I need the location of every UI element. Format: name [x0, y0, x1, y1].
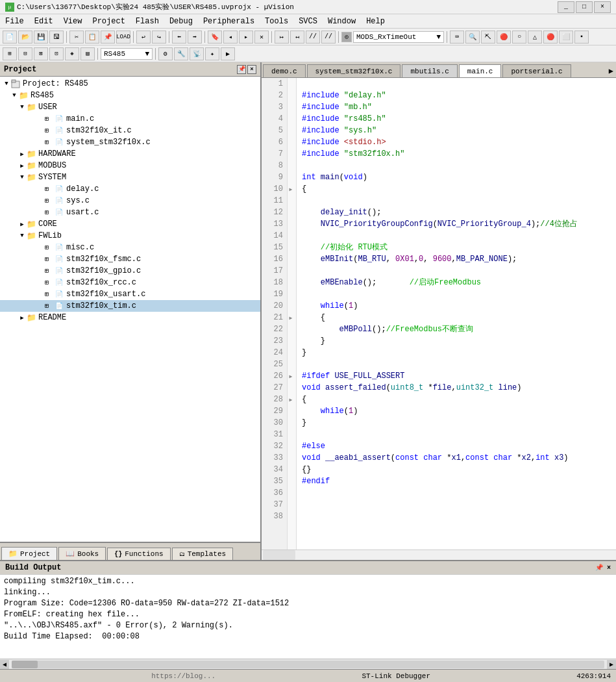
btn-h[interactable]: ⬜ [559, 31, 573, 44]
tree-usart[interactable]: ⊞ 📄 usart.c [0, 207, 260, 218]
tree-toggle-user[interactable]: ▼ [18, 103, 26, 111]
menu-edit[interactable]: Edit [29, 16, 58, 27]
code-tab-system[interactable]: system_stm32f10x.c [307, 64, 401, 77]
menu-debug[interactable]: Debug [164, 16, 198, 27]
code-content[interactable]: #include "delay.h" #include "mb.h" #incl… [297, 78, 616, 549]
btn-b[interactable]: 🔍 [465, 31, 480, 44]
tb2-btn6[interactable]: ▤ [80, 47, 95, 60]
redo-btn[interactable]: ↪ [152, 31, 166, 44]
tree-toggle-hw[interactable]: ▶ [18, 150, 26, 158]
code-editor[interactable]: 1 2 3 4 5 6 7 8 9 10 11 12 13 14 15 16 1… [262, 78, 616, 549]
tree-toggle-fwlib[interactable]: ▼ [18, 232, 26, 240]
scroll-track[interactable] [12, 661, 604, 668]
btn-f[interactable]: △ [528, 31, 542, 44]
tree-main-c[interactable]: ⊞ 📄 main.c [0, 113, 260, 125]
code-tab-mbutils[interactable]: mbutils.c [402, 64, 457, 77]
scroll-thumb-h[interactable] [12, 661, 38, 668]
tree-toggle-rs485[interactable]: ▼ [10, 92, 18, 99]
tb2-btn8[interactable]: 🔧 [174, 47, 188, 60]
uncomment-btn[interactable]: // [321, 31, 336, 44]
tree-gpio[interactable]: ⊞ 📄 stm32f10x_gpio.c [0, 265, 260, 277]
tb2-btn11[interactable]: ▶ [221, 47, 235, 60]
tb2-btn9[interactable]: 📡 [190, 47, 204, 60]
unindent-btn[interactable]: ↤ [290, 31, 304, 44]
tree-delay[interactable]: ⊞ 📄 delay.c [0, 183, 260, 195]
minimize-button[interactable]: _ [558, 1, 574, 13]
tb2-btn1[interactable]: ⊞ [3, 47, 17, 60]
menu-flash[interactable]: Flash [130, 16, 164, 27]
tree-system[interactable]: ⊞ 📄 system_stm32f10x.c [0, 136, 260, 148]
tree-fsmc[interactable]: ⊞ 📄 stm32f10x_fsmc.c [0, 253, 260, 265]
menu-help[interactable]: Help [361, 16, 390, 27]
code-tab-portserial[interactable]: portserial.c [502, 64, 571, 77]
target-dropdown-2[interactable]: RS485 ▼ [101, 48, 153, 60]
btn-c[interactable]: ⛏ [481, 31, 495, 44]
scroll-right-btn[interactable]: ▶ [607, 660, 616, 669]
tab-templates[interactable]: 🗂 Templates [172, 548, 233, 560]
nav-back-btn[interactable]: ⬅ [172, 31, 186, 44]
tree-toggle-readme[interactable]: ▶ [18, 314, 26, 322]
panel-pin-btn[interactable]: 📌 [237, 65, 246, 74]
tb2-btn7[interactable]: ⚙ [158, 47, 173, 60]
tree-misc[interactable]: ⊞ 📄 misc.c [0, 242, 260, 253]
menu-project[interactable]: Project [87, 16, 130, 27]
tab-functions[interactable]: {} Functions [107, 548, 170, 560]
menu-tools[interactable]: Tools [260, 16, 293, 27]
cut-btn[interactable]: ✂ [69, 31, 84, 44]
tree-core[interactable]: ▶ 📁 CORE [0, 218, 260, 230]
prev-bookmark-btn[interactable]: ◂ [223, 31, 238, 44]
scroll-thumb[interactable] [263, 550, 295, 560]
menu-window[interactable]: Window [323, 16, 361, 27]
bookmark-btn[interactable]: 🔖 [208, 31, 222, 44]
tb2-btn5[interactable]: ◈ [65, 47, 79, 60]
tree-root[interactable]: ▼ Project: RS485 [0, 78, 260, 90]
nav-fwd-btn[interactable]: ➡ [188, 31, 202, 44]
tree-readme[interactable]: ▶ 📁 README [0, 312, 260, 323]
target-dropdown[interactable]: MODS_RxTimeOut ▼ [353, 31, 444, 43]
btn-a[interactable]: ⌨ [450, 31, 464, 44]
tb2-btn3[interactable]: ⊠ [34, 47, 48, 60]
tab-project[interactable]: 📁 Project [1, 547, 57, 560]
tb2-btn4[interactable]: ⊡ [49, 47, 64, 60]
new-file-btn[interactable]: 📄 [3, 31, 17, 44]
tree-modbus[interactable]: ▶ 📁 MODBUS [0, 160, 260, 171]
tree-usart2[interactable]: ⊞ 📄 stm32f10x_usart.c [0, 288, 260, 300]
load-btn[interactable]: LOAD [116, 31, 130, 44]
tree-user[interactable]: ▼ 📁 USER [0, 101, 260, 113]
build-header-pin[interactable]: 📌 × [595, 564, 611, 572]
menu-file[interactable]: File [0, 16, 29, 27]
btn-g[interactable]: 🔴 [543, 31, 558, 44]
tree-toggle-root[interactable]: ▼ [3, 80, 10, 88]
build-scroll[interactable]: ◀ ▶ [0, 659, 616, 669]
tree-toggle-core[interactable]: ▶ [18, 220, 26, 228]
tree-toggle-system[interactable]: ▼ [18, 173, 26, 181]
open-btn[interactable]: 📂 [18, 31, 32, 44]
menu-peripherals[interactable]: Peripherals [198, 16, 260, 27]
tree-hardware[interactable]: ▶ 📁 HARDWARE [0, 148, 260, 160]
btn-d[interactable]: 🔴 [497, 31, 511, 44]
tree-fwlib[interactable]: ▼ 📁 FWLib [0, 230, 260, 242]
code-horizontal-scroll[interactable] [262, 549, 616, 560]
next-bookmark-btn[interactable]: ▸ [239, 31, 253, 44]
indent-btn[interactable]: ↦ [275, 31, 289, 44]
save-all-btn[interactable]: 🖫 [49, 31, 64, 44]
tree-system-folder[interactable]: ▼ 📁 SYSTEM [0, 171, 260, 183]
undo-btn[interactable]: ↩ [136, 31, 151, 44]
paste-btn[interactable]: 📌 [101, 31, 115, 44]
tree-rcc[interactable]: ⊞ 📄 stm32f10x_rcc.c [0, 277, 260, 288]
window-controls[interactable]: _ □ × [558, 1, 611, 13]
tree-rs485[interactable]: ▼ 📁 RS485 [0, 90, 260, 101]
btn-i[interactable]: ▪ [574, 31, 589, 44]
close-button[interactable]: × [594, 1, 611, 13]
menu-svcs[interactable]: SVCS [293, 16, 323, 27]
tb2-btn2[interactable]: ⊟ [18, 47, 32, 60]
tree-toggle-modbus[interactable]: ▶ [18, 162, 26, 170]
tb2-btn10[interactable]: ✦ [205, 47, 219, 60]
tree-sys-c[interactable]: ⊞ 📄 sys.c [0, 195, 260, 207]
btn-e[interactable]: ○ [512, 31, 526, 44]
tree-tim[interactable]: ⊞ 📄 stm32f10x_tim.c [0, 300, 260, 312]
comment-btn[interactable]: // [306, 31, 320, 44]
clear-bookmark-btn[interactable]: ✕ [254, 31, 269, 44]
copy-btn[interactable]: 📋 [85, 31, 99, 44]
code-tab-main[interactable]: main.c [459, 64, 502, 77]
